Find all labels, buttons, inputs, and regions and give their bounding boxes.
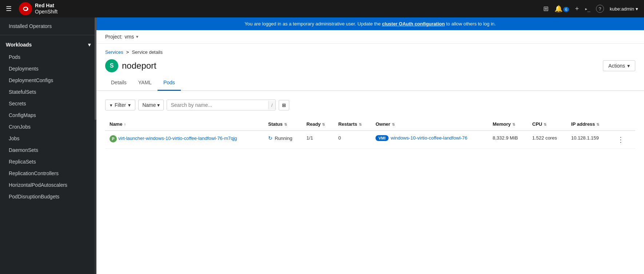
user-label: kube:admin <box>610 6 634 12</box>
filter-bar: ▾ Filter ▾ Name ▾ / ⊞ <box>105 100 635 110</box>
pod-cpu-cell: 1.522 cores <box>528 131 567 149</box>
col-header-ready[interactable]: Ready⇅ <box>302 118 334 131</box>
alert-link[interactable]: cluster OAuth configuration <box>382 21 445 27</box>
search-slash: / <box>268 101 276 109</box>
pod-name-link[interactable]: virt-launcher-windows-10-virtio-coffee-l… <box>118 136 237 141</box>
pod-memory-cell: 8,332.9 MiB <box>488 131 528 149</box>
table-area: ▾ Filter ▾ Name ▾ / ⊞ Nam <box>96 91 644 274</box>
table-body: Pvirt-launcher-windows-10-virtio-coffee-… <box>105 131 635 149</box>
sidebar-item-configmaps[interactable]: ConfigMaps <box>0 109 96 121</box>
sidebar-item-replicationcontrollers[interactable]: ReplicationControllers <box>0 168 96 179</box>
col-header-ip[interactable]: IP address⇅ <box>567 118 610 131</box>
top-navigation: ☰ Red Hat OpenShift ⊞ 🔔6 + ▸_ ? kube:adm… <box>0 0 644 17</box>
name-dropdown-label: Name <box>142 102 156 108</box>
notification-badge: 6 <box>563 7 569 12</box>
sidebar-item-poddisruptionbudgets[interactable]: PodDisruptionBudgets <box>0 191 96 202</box>
col-header-actions <box>610 118 635 131</box>
sort-icon: ⇅ <box>284 122 287 126</box>
sidebar: Installed Operators Workloads ▾ PodsDepl… <box>0 17 96 274</box>
workloads-chevron: ▾ <box>88 42 91 48</box>
kebab-menu-button[interactable]: ⋮ <box>614 134 627 145</box>
table-header: Name↑Status⇅Ready⇅Restarts⇅Owner⇅Memory⇅… <box>105 118 635 131</box>
alert-text2: to allow others to log in. <box>446 21 496 27</box>
main-layout: Installed Operators Workloads ▾ PodsDepl… <box>0 17 644 274</box>
redhat-logo-icon <box>19 2 32 15</box>
page-title: S nodeport <box>105 59 156 72</box>
sidebar-item-deployments[interactable]: Deployments <box>0 63 96 74</box>
breadcrumb-parent-link[interactable]: Services <box>105 49 123 55</box>
sort-icon: ⇅ <box>359 122 362 126</box>
sidebar-item-horizontalpodautoscalers[interactable]: HorizontalPodAutoscalers <box>0 179 96 191</box>
sync-icon: ↻ <box>268 135 273 141</box>
sort-icon: ⇅ <box>544 122 546 126</box>
tab-yaml[interactable]: YAML <box>132 75 158 91</box>
sidebar-item-daemonsets[interactable]: DaemonSets <box>0 144 96 156</box>
col-header-cpu[interactable]: CPU⇅ <box>528 118 567 131</box>
workloads-label: Workloads <box>6 42 32 48</box>
help-icon[interactable]: ? <box>596 5 604 13</box>
col-header-name[interactable]: Name↑ <box>105 118 264 131</box>
col-header-restarts[interactable]: Restarts⇅ <box>334 118 371 131</box>
page-title-row: S nodeport Actions ▾ <box>105 59 635 75</box>
terminal-icon[interactable]: ▸_ <box>585 6 590 12</box>
sidebar-item-secrets[interactable]: Secrets <box>0 98 96 109</box>
status-text: Running <box>275 136 292 141</box>
column-toggle-button[interactable]: ⊞ <box>279 100 289 110</box>
user-menu[interactable]: kube:admin ▾ <box>610 6 638 12</box>
tab-pods[interactable]: Pods <box>158 75 181 91</box>
sidebar-scrollbar <box>95 17 96 274</box>
sort-icon: ⇅ <box>392 122 395 126</box>
project-chevron[interactable]: ▾ <box>136 34 138 39</box>
alert-text: You are logged in as a temporary adminis… <box>245 21 382 27</box>
col-toggle-icon: ⊞ <box>282 102 286 108</box>
pod-restarts-cell: 0 <box>334 131 371 149</box>
add-icon[interactable]: + <box>575 5 579 13</box>
hamburger-menu-icon[interactable]: ☰ <box>6 5 12 13</box>
breadcrumb: Services > Service details <box>105 49 635 55</box>
pod-ready-cell: 1/1 <box>302 131 334 149</box>
sort-icon: ⇅ <box>322 122 325 126</box>
notifications-icon[interactable]: 🔔6 <box>554 5 569 13</box>
sidebar-items: PodsDeploymentsDeploymentConfigsStateful… <box>0 51 96 202</box>
owner-link[interactable]: windows-10-virtio-coffee-landfowl-76 <box>391 135 468 141</box>
table-row: Pvirt-launcher-windows-10-virtio-coffee-… <box>105 131 635 149</box>
table-header-row: Name↑Status⇅Ready⇅Restarts⇅Owner⇅Memory⇅… <box>105 118 635 131</box>
actions-button[interactable]: Actions ▾ <box>603 60 635 71</box>
grid-icon[interactable]: ⊞ <box>543 5 549 13</box>
pod-name-cell: Pvirt-launcher-windows-10-virtio-coffee-… <box>105 131 264 149</box>
sidebar-item-deploymentconfigs[interactable]: DeploymentConfigs <box>0 74 96 86</box>
sidebar-item-cronjobs[interactable]: CronJobs <box>0 121 96 133</box>
filter-funnel-icon: ▾ <box>110 102 112 108</box>
breadcrumb-separator: > <box>126 49 129 55</box>
sidebar-item-statefulsets[interactable]: StatefulSets <box>0 86 96 98</box>
sidebar-item-installed-operators[interactable]: Installed Operators <box>0 20 96 32</box>
user-menu-chevron: ▾ <box>636 6 638 12</box>
col-header-owner[interactable]: Owner⇅ <box>371 118 488 131</box>
sidebar-item-replicasets[interactable]: ReplicaSets <box>0 156 96 168</box>
col-header-memory[interactable]: Memory⇅ <box>488 118 528 131</box>
vmi-badge: VMI <box>375 135 389 141</box>
pod-kebab-menu-cell: ⋮ <box>610 131 635 149</box>
tab-details[interactable]: Details <box>105 75 132 91</box>
sort-active-icon: ↑ <box>124 122 126 126</box>
search-input[interactable] <box>167 100 268 110</box>
project-bar: Project: vms ▾ <box>96 30 644 44</box>
brand-logo: Red Hat OpenShift <box>19 2 539 15</box>
sidebar-item-jobs[interactable]: Jobs <box>0 133 96 144</box>
content-area: You are logged in as a temporary adminis… <box>96 17 644 274</box>
sidebar-item-pods[interactable]: Pods <box>0 51 96 63</box>
status-running: ↻Running <box>268 135 298 141</box>
tabs: DetailsYAMLPods <box>96 75 644 91</box>
filter-label: Filter <box>115 102 126 108</box>
pod-owner-cell: VMIwindows-10-virtio-coffee-landfowl-76 <box>371 131 488 149</box>
name-dropdown[interactable]: Name ▾ <box>138 100 164 110</box>
sidebar-section-workloads[interactable]: Workloads ▾ <box>0 38 96 51</box>
project-name[interactable]: vms <box>124 34 134 40</box>
sort-icon: ⇅ <box>512 122 515 126</box>
name-dropdown-chevron: ▾ <box>157 102 160 108</box>
sidebar-divider <box>0 35 96 35</box>
filter-button[interactable]: ▾ Filter ▾ <box>105 100 135 110</box>
pod-status-cell: ↻Running <box>264 131 302 149</box>
col-header-status[interactable]: Status⇅ <box>264 118 302 131</box>
sort-icon: ⇅ <box>596 122 599 126</box>
